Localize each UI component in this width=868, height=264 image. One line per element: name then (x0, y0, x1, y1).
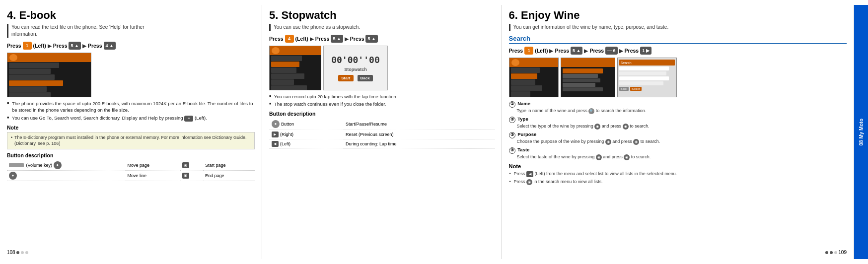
wine-title: 6. Enjoy Wine (509, 9, 847, 22)
ebook-btn-col2-2: Move line (125, 170, 180, 181)
wine-item-2: ② Type Select the type of the wine by pr… (509, 116, 847, 130)
sw-arrow1: ▶ (310, 36, 314, 42)
ebook-screen1 (7, 53, 91, 97)
wine-press-4: Press (625, 48, 639, 54)
sw-left-label: (Left) (295, 36, 308, 42)
sw-btn-label-1: Button (281, 122, 294, 127)
sw-btn-row2-cell: ▶ (Right) (272, 132, 341, 137)
sw-right-icon: ▶ (272, 132, 279, 137)
wine-nav-icon-4b: ◉ (624, 154, 630, 160)
sw-arrow2: ▶ (345, 36, 349, 42)
wine-item-4: ④ Taste Select the taste of the wine by … (509, 146, 847, 160)
ebook-btn-col4-2: End page (203, 170, 255, 181)
wine-left-label: (Left) (535, 48, 548, 54)
stopwatch-title: 5. Stopwatch (269, 9, 495, 22)
section-enjoywine: 6. Enjoy Wine You can get information of… (502, 5, 854, 259)
wine-num-1: ① (509, 101, 515, 108)
wine-screen1 (509, 58, 559, 97)
wine-num-2: ② (509, 117, 515, 123)
section-ebook: 4. E-book You can read the text file on … (0, 5, 262, 259)
wine-nav-btn3: — 6 (605, 47, 618, 55)
sw-bullet-2: The stop watch continues even if you clo… (269, 101, 495, 107)
wine-press-3: Press (589, 48, 604, 54)
sw-press-2: Press (315, 36, 330, 42)
wine-note-title: Note (509, 163, 847, 169)
circle-icon-2: ● (9, 172, 17, 180)
sw-nav-btn1: 4 (285, 35, 294, 43)
wine-arrow2: ▶ (584, 48, 588, 54)
page-num-left: 108 (7, 250, 28, 255)
wine-note-section: Note Press ◀ (Left) from the menu and se… (509, 163, 847, 185)
wine-arrow1: ▶ (549, 48, 553, 54)
wine-press-1: Press (509, 48, 523, 54)
wine-desc-1: Type in name of the wine and press 🔍 to … (509, 108, 847, 115)
press-label-2: Press (53, 43, 68, 49)
ebook-nav-btn1: 1 (23, 42, 32, 50)
wine-num-4: ④ (509, 147, 515, 154)
wine-screen2 (561, 58, 615, 97)
wine-desc-4: Select the taste of the wine by pressing… (509, 154, 847, 161)
sw-btn-table: ● Button Start/Pause/Resume ▶ (Right) Re… (269, 119, 495, 149)
ebook-bullet-1: The phone provides the space of upto 200… (7, 100, 255, 114)
ebook-btn-desc-title: Button description (7, 152, 255, 158)
small-icon-1: ▣ (182, 162, 189, 168)
page-num-right: 109 (825, 250, 847, 255)
sw-screen2: 00'00''00 Stopwatch Start Back (323, 46, 388, 90)
sw-circle-icon: ● (272, 120, 280, 128)
sw-btn-desc-3: During counting: Lap time (343, 139, 495, 148)
wine-nav-btn4: 1 ▶ (640, 47, 651, 55)
ebook-nav-btn3: 4 ▲ (104, 42, 116, 50)
wine-item-3: ③ Purpose Choose the purpose of the wine… (509, 131, 847, 145)
wine-press-2: Press (555, 48, 569, 54)
ebook-nav: Press 1 (Left) ▶ Press 5 ▲ ▶ Press 4 ▲ (7, 42, 255, 50)
press-label-3: Press (88, 43, 102, 49)
wine-nav-icon-3b: ◉ (633, 139, 639, 145)
sw-bullet-1: You can record upto 20 lap times with th… (269, 93, 495, 100)
sw-btn-desc-title: Button description (269, 111, 495, 117)
ebook-note-box: The E-dictionary program must installed … (7, 132, 255, 149)
stopwatch-nav: Press 4 (Left) ▶ Press 5 ▲ ▶ Press 5 ▲ (269, 35, 495, 43)
wine-arrow3: ▶ (619, 48, 623, 54)
wine-label-1: Name (517, 101, 530, 106)
wine-item-1: ① Name Type in name of the wine and pres… (509, 100, 847, 114)
ebook-title: 4. E-book (7, 9, 255, 22)
ebook-note-title: Note (7, 125, 255, 131)
wine-label-4: Taste (517, 147, 529, 152)
sw-press-1: Press (269, 36, 284, 42)
wine-nav-icon-3a: ◉ (605, 139, 611, 145)
wine-desc-3: Choose the purpose of the wine by pressi… (509, 138, 847, 145)
wine-numbered-list: ① Name Type in name of the wine and pres… (509, 100, 847, 160)
ebook-nav-btn2: 5 ▲ (69, 42, 80, 50)
wine-nav-btn1: 1 (524, 47, 533, 55)
wine-nav-icon-4a: ◉ (596, 154, 602, 160)
wine-nav-icon-2b: ◉ (623, 124, 629, 130)
sw-btn-row3-cell: ◀ (Left) (272, 141, 341, 147)
wine-nav-icon-2a: ◉ (594, 124, 600, 130)
ebook-btn-col4-1: Start page (203, 160, 255, 171)
sw-btn-label-3: (Left) (280, 141, 290, 146)
wine-desc-2: Select the type of the wine by pressing … (509, 123, 847, 130)
sw-screen1 (269, 46, 321, 90)
ebook-screenshots (7, 53, 255, 97)
small-icon-2: ▣ (182, 173, 189, 179)
sw-nav-btn3: 5 ▲ (365, 35, 377, 43)
wine-nav-btn2: 5 ▲ (571, 47, 582, 55)
section-stopwatch: 5. Stopwatch You can use the phone as a … (262, 5, 502, 259)
wine-search-icon-1: 🔍 (588, 108, 594, 114)
sw-press-3: Press (350, 36, 364, 42)
stopwatch-bullets: You can record upto 20 lap times with th… (269, 93, 495, 108)
sw-left-icon: ◀ (272, 141, 279, 147)
right-sidebar: 08 My Moto (854, 5, 868, 259)
wine-nav: Press 1 (Left) ▶ Press 5 ▲ ▶ Press — 6 ▶… (509, 47, 847, 55)
ebook-btn-col2-1: Move page (125, 160, 180, 171)
ebook-arrow2: ▶ (82, 43, 86, 49)
wine-screenshots: Search Back Select (509, 58, 847, 97)
main-content: 4. E-book You can read the text file on … (0, 0, 868, 264)
wine-desc: You can get information of the wine by n… (509, 24, 847, 31)
sidebar-label: 08 My Moto (859, 119, 864, 145)
wine-search-title: Search (509, 35, 847, 44)
ebook-desc: You can read the text file on the phone.… (7, 24, 255, 38)
wine-screen3: Search Back Select (617, 58, 677, 97)
wine-note-1: Press ◀ (Left) from the menu and select … (509, 171, 847, 178)
stopwatch-screenshots: 00'00''00 Stopwatch Start Back (269, 46, 495, 90)
